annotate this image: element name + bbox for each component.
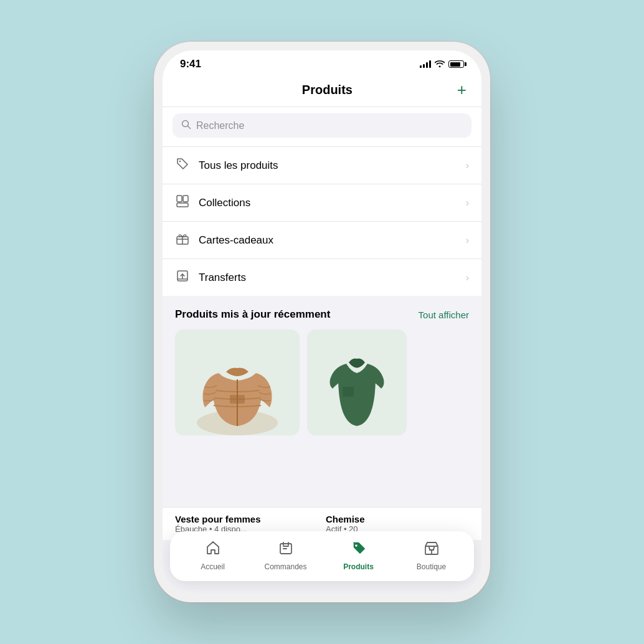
tag-icon [175,157,190,174]
transfer-icon [175,269,190,286]
page-title: Produits [302,83,353,97]
battery-icon [448,60,464,68]
product-card-jacket[interactable] [175,329,300,435]
svg-point-14 [355,544,358,547]
svg-point-2 [179,161,181,162]
view-all-button[interactable]: Tout afficher [419,310,469,320]
collections-icon [175,194,190,211]
recent-title: Produits mis à jour récemment [175,308,330,321]
search-icon [181,120,191,131]
menu-label-transfers: Transferts [199,272,246,284]
nav-label-boutique: Boutique [417,562,446,571]
home-icon [205,540,221,560]
jacket-image [181,336,293,435]
search-bar[interactable]: Recherche [173,113,471,138]
menu-label-all-products: Tous les produits [199,159,278,172]
status-time: 9:41 [180,58,201,70]
nav-item-home[interactable]: Accueil [191,540,235,571]
menu-item-all-products[interactable]: Tous les produits › [163,147,481,184]
nav-label-orders: Commandes [264,562,306,571]
svg-rect-12 [343,387,354,397]
menu-label-gift-cards: Cartes-cadeaux [199,234,273,247]
svg-line-1 [188,126,191,129]
svg-rect-3 [177,196,182,202]
nav-label-home: Accueil [201,562,225,571]
svg-rect-5 [177,203,188,207]
menu-label-collections: Collections [199,197,250,209]
menu-list: Tous les produits › Collection [163,146,481,296]
gift-card-icon [175,232,190,249]
chevron-right-icon: › [466,160,469,171]
bottom-nav: Accueil Commandes [170,531,474,581]
search-section: Recherche [163,107,481,146]
jacket-name: Veste pour femmes [175,514,318,524]
app-header: Produits + [163,75,481,107]
shirt-image [316,342,397,435]
add-product-button[interactable]: + [457,82,466,98]
menu-item-gift-cards[interactable]: Cartes-cadeaux › [163,222,481,259]
phone-screen: 9:41 [163,50,481,594]
signal-icon [420,60,431,68]
menu-item-transfers[interactable]: Transferts › [163,259,481,296]
svg-rect-4 [183,196,188,202]
recent-header: Produits mis à jour récemment Tout affic… [175,308,469,321]
nav-item-products[interactable]: Produits [336,540,381,571]
svg-rect-11 [230,395,245,404]
boutique-icon [424,540,440,560]
product-cards [175,329,469,435]
chevron-right-icon-gift: › [466,235,469,246]
nav-label-products: Produits [343,562,374,571]
wifi-icon [435,60,445,69]
nav-item-orders[interactable]: Commandes [263,540,308,571]
orders-icon [278,540,294,560]
chevron-right-icon-transfers: › [466,272,469,283]
products-icon-active [351,540,367,560]
nav-item-boutique[interactable]: Boutique [409,540,454,571]
status-bar: 9:41 [163,50,481,75]
menu-item-collections[interactable]: Collections › [163,184,481,222]
status-icons [420,60,464,69]
chevron-right-icon-collections: › [466,197,469,209]
phone-frame: 9:41 [154,42,490,602]
search-placeholder: Recherche [196,120,244,131]
shirt-name: Chemise [326,514,469,524]
product-card-shirt[interactable] [307,329,407,435]
